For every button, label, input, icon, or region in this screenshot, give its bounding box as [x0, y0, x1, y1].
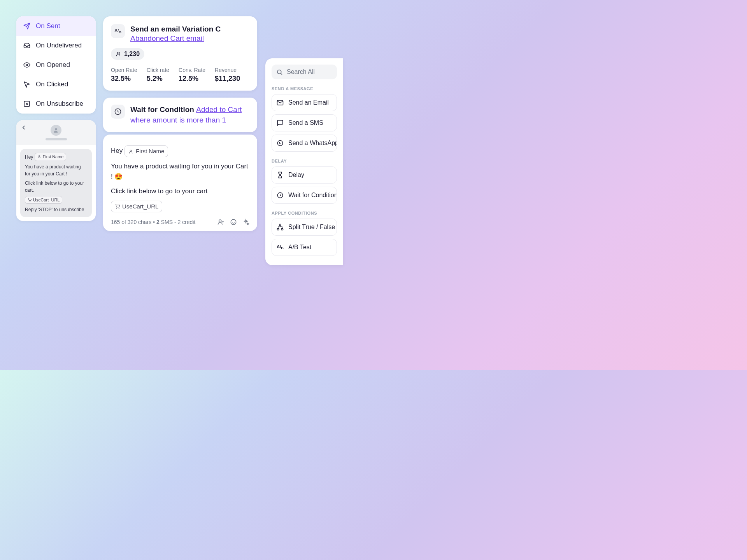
sms-composer-card: Hey First Name You have a product waitin…: [103, 135, 257, 231]
ab-test-badge: A/B: [111, 24, 125, 38]
eye-icon: [23, 61, 30, 68]
sidebar-item-on-clicked[interactable]: On Clicked: [16, 75, 96, 94]
user-icon: [116, 51, 121, 57]
sidebar-item-label: On Undelivered: [36, 42, 82, 49]
action-split[interactable]: Split True / False: [272, 219, 337, 236]
name-placeholder-bar: [46, 138, 67, 140]
action-ab-test[interactable]: A/B A/B Test: [272, 239, 337, 256]
composer-line1: You have a product waiting for you in yo…: [111, 161, 249, 182]
svg-point-10: [119, 208, 119, 208]
token-first-name[interactable]: First Name: [124, 145, 168, 157]
avatar: [51, 125, 61, 136]
clock-icon: [114, 108, 122, 116]
action-wait-condition[interactable]: Wait for Condition: [272, 187, 337, 204]
recipients-pill: 1,230: [111, 48, 144, 60]
sms-unsubscribe: Reply 'STOP' to unsubscribe: [25, 206, 87, 213]
split-icon: [277, 224, 284, 231]
trigger-sidebar: On Sent On Undelivered On Opened On Clic…: [16, 16, 96, 114]
section-label-conditions: APPLY CONDITIONS: [272, 211, 337, 215]
sidebar-item-on-unsubscribe[interactable]: On Unsubscribe: [16, 94, 96, 114]
sms-line1: You have a product waiting for you in yo…: [25, 163, 87, 177]
mail-icon: [277, 99, 284, 106]
token-first-name: First Name: [35, 153, 67, 161]
cursor-icon: [23, 81, 30, 88]
svg-rect-18: [279, 224, 281, 226]
svg-point-5: [31, 201, 31, 201]
action-send-email[interactable]: Send an Email: [272, 94, 337, 111]
svg-point-9: [116, 208, 117, 208]
section-label-delay: DELAY: [272, 159, 337, 163]
token-cart-url: UseCart_URL: [25, 196, 62, 204]
sidebar-item-on-opened[interactable]: On Opened: [16, 55, 96, 75]
sms-preview-header: [16, 120, 96, 145]
metric-open-rate: Open Rate 32.5%: [111, 67, 137, 83]
whatsapp-icon: [277, 140, 284, 147]
recipients-count: 1,230: [124, 51, 140, 58]
sidebar-item-label: On Clicked: [36, 80, 68, 88]
sms-line2: Click link below to go to your cart.: [25, 180, 87, 194]
svg-point-0: [26, 64, 28, 66]
email-card-title: Send an email Variation C: [130, 24, 221, 34]
ai-sparkle-icon[interactable]: AI: [242, 219, 249, 226]
sidebar-item-label: On Opened: [36, 61, 70, 69]
svg-point-16: [277, 140, 283, 146]
send-icon: [23, 23, 30, 30]
inbox-icon: [23, 42, 30, 49]
composer-footer: 165 of 320 chars • 2 SMS - 2 credit AI: [111, 219, 249, 226]
svg-point-11: [219, 220, 221, 222]
metric-conv-rate: Conv. Rate 12.5%: [179, 67, 205, 83]
sms-greeting: Hey: [25, 154, 33, 160]
action-send-whatsapp[interactable]: Send a WhatsApp: [272, 135, 337, 152]
token-cart-url[interactable]: UseCart_URL: [111, 201, 162, 212]
metrics-row: Open Rate 32.5% Click rate 5.2% Conv. Ra…: [111, 67, 249, 83]
clock-badge: [111, 105, 125, 119]
composer-greeting: Hey: [111, 147, 123, 154]
composer-line2: Click link below to go to your cart: [111, 186, 249, 196]
action-send-sms[interactable]: Send a SMS: [272, 114, 337, 131]
sms-preview-body: Hey First Name You have a product waitin…: [16, 145, 96, 221]
svg-point-14: [277, 70, 281, 74]
wait-step-card: Wait for Condition Added to Cart where a…: [103, 98, 257, 132]
svg-rect-20: [281, 229, 283, 230]
search-placeholder: Search All: [287, 68, 315, 75]
search-input[interactable]: Search All: [272, 65, 337, 79]
clock-icon: [277, 192, 284, 199]
email-template-link[interactable]: Abandoned Cart email: [130, 34, 204, 42]
sidebar-item-on-undelivered[interactable]: On Undelivered: [16, 36, 96, 55]
hourglass-icon: [277, 172, 284, 178]
svg-point-8: [130, 150, 132, 151]
sidebar-item-label: On Sent: [36, 22, 60, 30]
svg-point-6: [117, 52, 119, 54]
sms-bubble: Hey First Name You have a product waitin…: [20, 149, 92, 217]
emoji-icon[interactable]: [230, 219, 237, 226]
metric-revenue: Revenue $11,230: [215, 67, 240, 83]
svg-rect-19: [277, 229, 279, 230]
metric-click-rate: Click rate 5.2%: [147, 67, 169, 83]
action-palette: Search All SEND A MESSAGE Send an Email …: [265, 58, 343, 265]
sidebar-item-label: On Unsubscribe: [36, 100, 83, 108]
ab-icon: A/B: [277, 245, 284, 250]
svg-point-3: [39, 156, 40, 157]
action-delay[interactable]: Delay: [272, 166, 337, 184]
svg-text:AI: AI: [247, 223, 249, 226]
back-icon[interactable]: [20, 124, 27, 131]
sidebar-item-on-sent[interactable]: On Sent: [16, 16, 96, 36]
search-icon: [276, 69, 283, 75]
svg-point-2: [55, 128, 57, 130]
x-square-icon: [23, 100, 30, 107]
email-step-card: A/B Send an email Variation C Abandoned …: [103, 16, 257, 91]
svg-point-12: [231, 219, 236, 225]
section-label-send: SEND A MESSAGE: [272, 86, 337, 91]
wait-prefix: Wait for Condition: [130, 105, 196, 114]
add-user-icon[interactable]: [217, 219, 224, 226]
svg-point-4: [29, 201, 29, 201]
message-icon: [277, 119, 284, 126]
composer-body[interactable]: Hey First Name You have a product waitin…: [111, 145, 249, 212]
char-counter: 165 of 320 chars • 2 SMS - 2 credit: [111, 219, 195, 225]
sms-preview-card: Hey First Name You have a product waitin…: [16, 120, 96, 221]
